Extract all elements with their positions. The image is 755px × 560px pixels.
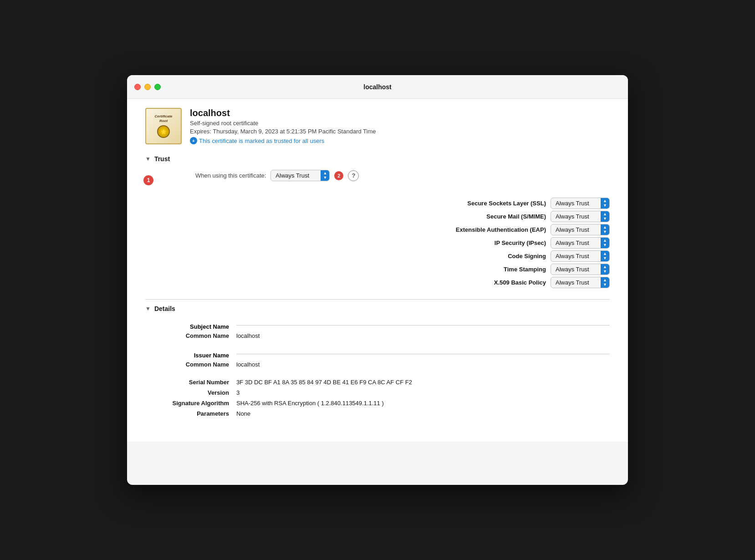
subject-common-name-label: Common Name xyxy=(145,331,236,341)
when-using-value: Always Trust xyxy=(271,170,321,181)
arrow-up-icon: ▲ xyxy=(603,225,607,229)
arrow-up-icon: ▲ xyxy=(603,278,607,282)
trust-row-select[interactable]: Always Trust ▲ ▼ xyxy=(551,211,610,222)
version-value: 3 xyxy=(236,387,610,398)
trust-row-label: Secure Sockets Layer (SSL) xyxy=(409,200,546,207)
trust-row-arrows[interactable]: ▲ ▼ xyxy=(601,238,609,248)
details-chevron-icon: ▼ xyxy=(145,305,151,312)
trust-section: ▼ Trust 1 When using this certificate: A… xyxy=(145,155,610,288)
trust-chevron-icon: ▼ xyxy=(145,156,151,162)
trust-row-label: Secure Mail (S/MIME) xyxy=(409,213,546,220)
trust-row-value: Always Trust xyxy=(551,251,601,261)
trust-row-value: Always Trust xyxy=(551,198,601,209)
arrow-down-icon: ▼ xyxy=(603,283,607,287)
trust-row-select[interactable]: Always Trust ▲ ▼ xyxy=(551,264,610,275)
arrow-down-icon: ▼ xyxy=(603,204,607,208)
arrow-up-icon: ▲ xyxy=(603,252,607,256)
trust-row: Time Stamping Always Trust ▲ ▼ xyxy=(145,264,610,275)
content-area: Certificate Root ⭐ localhost Self-signed… xyxy=(127,99,628,442)
arrow-down-icon: ▼ xyxy=(603,230,607,234)
arrow-up-icon: ▲ xyxy=(323,171,327,175)
cert-expires: Expires: Thursday, March 9, 2023 at 5:21… xyxy=(190,128,376,135)
arrow-down-icon: ▼ xyxy=(323,176,327,180)
help-button[interactable]: ? xyxy=(348,170,359,181)
details-section-title: Details xyxy=(154,305,175,312)
trust-badge-row: 1 When using this certificate: Always Tr… xyxy=(145,170,610,190)
titlebar: localhost xyxy=(127,75,628,99)
trust-row-value: Always Trust xyxy=(551,264,601,275)
trust-badge: 1 xyxy=(143,175,153,185)
arrow-down-icon: ▼ xyxy=(603,217,607,221)
trust-row-arrows[interactable]: ▲ ▼ xyxy=(601,251,609,261)
trust-row: Secure Mail (S/MIME) Always Trust ▲ ▼ xyxy=(145,211,610,222)
cert-seal: ⭐ xyxy=(157,125,170,138)
trust-row-select[interactable]: Always Trust ▲ ▼ xyxy=(551,198,610,209)
cert-name: localhost xyxy=(190,108,376,118)
trust-row: Secure Sockets Layer (SSL) Always Trust … xyxy=(145,198,610,209)
arrow-up-icon: ▲ xyxy=(603,212,607,216)
trust-row-arrows[interactable]: ▲ ▼ xyxy=(601,211,609,222)
trust-row: IP Security (IPsec) Always Trust ▲ ▼ xyxy=(145,237,610,249)
arrow-up-icon: ▲ xyxy=(603,199,607,203)
details-section: ▼ Details Subject Name Common Name local… xyxy=(145,305,610,419)
cert-icon: Certificate Root ⭐ xyxy=(145,108,182,144)
trust-row-label: Time Stamping xyxy=(409,266,546,273)
trust-row-select[interactable]: Always Trust ▲ ▼ xyxy=(551,224,610,235)
cert-header: Certificate Root ⭐ localhost Self-signed… xyxy=(145,108,610,144)
trust-row-arrows[interactable]: ▲ ▼ xyxy=(601,277,609,288)
arrow-down-icon: ▼ xyxy=(603,270,607,274)
arrow-down-icon: ▼ xyxy=(603,243,607,247)
trust-section-title: Trust xyxy=(154,155,170,163)
when-using-badge: 2 xyxy=(334,171,343,180)
cert-trusted-text: This certificate is marked as trusted fo… xyxy=(199,137,324,144)
parameters-value: None xyxy=(236,408,610,419)
maximize-button[interactable] xyxy=(154,84,161,90)
trust-rows: Secure Sockets Layer (SSL) Always Trust … xyxy=(145,198,610,288)
window-title: localhost xyxy=(363,83,391,91)
version-label: Version xyxy=(145,387,236,398)
issuer-name-line xyxy=(236,348,610,359)
when-using-container: When using this certificate: Always Trus… xyxy=(159,170,610,190)
trust-row-select[interactable]: Always Trust ▲ ▼ xyxy=(551,237,610,249)
trust-row-arrows[interactable]: ▲ ▼ xyxy=(601,198,609,209)
when-using-row: When using this certificate: Always Trus… xyxy=(195,170,610,181)
main-window: localhost Certificate Root ⭐ localhost S… xyxy=(127,75,628,485)
when-using-arrows[interactable]: ▲ ▼ xyxy=(321,170,329,181)
issuer-common-name-label: Common Name xyxy=(145,359,236,370)
close-button[interactable] xyxy=(134,84,141,90)
subject-name-label: Subject Name xyxy=(145,320,236,331)
cert-trusted-row: + This certificate is marked as trusted … xyxy=(190,137,376,144)
arrow-up-icon: ▲ xyxy=(603,265,607,269)
issuer-common-name-value: localhost xyxy=(236,359,610,370)
cert-type: Self-signed root certificate xyxy=(190,120,376,127)
cert-icon-inner: Certificate Root ⭐ xyxy=(145,108,182,144)
trust-row: X.509 Basic Policy Always Trust ▲ ▼ xyxy=(145,277,610,288)
trust-row-arrows[interactable]: ▲ ▼ xyxy=(601,224,609,235)
trust-section-header[interactable]: ▼ Trust xyxy=(145,155,610,163)
when-using-select[interactable]: Always Trust ▲ ▼ xyxy=(270,170,330,181)
subject-name-line xyxy=(236,320,610,331)
issuer-name-label-header: Issuer Name xyxy=(145,348,236,359)
details-section-header[interactable]: ▼ Details xyxy=(145,305,610,312)
minimize-button[interactable] xyxy=(144,84,151,90)
signature-algorithm-label: Signature Algorithm xyxy=(145,398,236,408)
cert-info: localhost Self-signed root certificate E… xyxy=(190,108,376,144)
trust-row-value: Always Trust xyxy=(551,224,601,235)
trust-row-label: X.509 Basic Policy xyxy=(409,279,546,286)
trust-row-select[interactable]: Always Trust ▲ ▼ xyxy=(551,250,610,262)
cert-icon-text: Certificate Root xyxy=(154,114,172,124)
subject-common-name-value: localhost xyxy=(236,331,610,341)
trust-row-label: IP Security (IPsec) xyxy=(409,239,546,246)
trusted-icon: + xyxy=(190,137,197,144)
arrow-up-icon: ▲ xyxy=(603,239,607,243)
when-using-label: When using this certificate: xyxy=(195,172,266,179)
trust-row-select[interactable]: Always Trust ▲ ▼ xyxy=(551,277,610,288)
trust-row: Code Signing Always Trust ▲ ▼ xyxy=(145,250,610,262)
arrow-down-icon: ▼ xyxy=(603,256,607,260)
trust-row-arrows[interactable]: ▲ ▼ xyxy=(601,264,609,275)
signature-algorithm-value: SHA-256 with RSA Encryption ( 1.2.840.11… xyxy=(236,398,610,408)
parameters-label: Parameters xyxy=(145,408,236,419)
trust-row-label: Code Signing xyxy=(409,253,546,260)
trust-row: Extensible Authentication (EAP) Always T… xyxy=(145,224,610,235)
trust-row-value: Always Trust xyxy=(551,277,601,288)
